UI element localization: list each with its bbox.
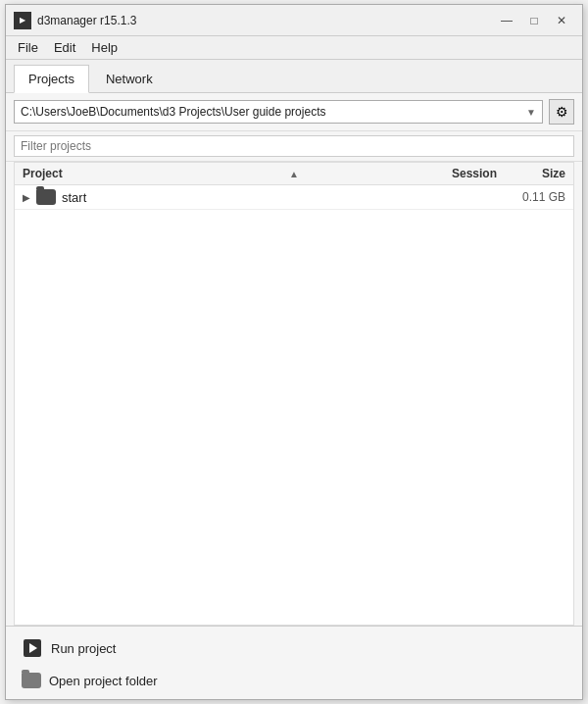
menu-file[interactable]: File: [10, 38, 46, 57]
open-folder-label: Open project folder: [49, 674, 158, 688]
filter-bar: [6, 131, 582, 162]
tab-projects[interactable]: Projects: [14, 65, 89, 93]
list-empty-area: [15, 210, 573, 625]
project-size: 0.11 GB: [497, 190, 565, 204]
window-title: d3manager r15.1.3: [37, 14, 494, 27]
run-project-label: Run project: [51, 641, 116, 656]
window-controls: — □ ✕: [494, 11, 574, 30]
minimize-button[interactable]: —: [494, 11, 519, 30]
list-header: Project ▲ Session Size: [15, 163, 573, 185]
col-header-project: Project: [23, 167, 418, 180]
run-icon: [22, 637, 43, 659]
app-icon: [14, 12, 31, 29]
path-toolbar: C:\Users\JoeB\Documents\d3 Projects\User…: [6, 93, 582, 131]
menu-help[interactable]: Help: [83, 38, 125, 57]
tabs-bar: Projects Network: [6, 60, 582, 93]
expand-icon[interactable]: ▶: [23, 192, 36, 203]
run-project-button[interactable]: Run project: [14, 632, 574, 664]
path-text: C:\Users\JoeB\Documents\d3 Projects\User…: [21, 105, 325, 119]
close-button[interactable]: ✕: [549, 11, 574, 30]
menu-edit[interactable]: Edit: [46, 38, 83, 57]
open-folder-icon: [22, 673, 41, 688]
gear-icon: ⚙: [556, 104, 568, 120]
settings-button[interactable]: ⚙: [549, 99, 574, 125]
folder-icon: [36, 189, 56, 205]
dropdown-arrow-icon: ▼: [526, 107, 536, 118]
col-header-size: Size: [497, 167, 565, 180]
open-folder-button[interactable]: Open project folder: [14, 668, 574, 693]
tab-network[interactable]: Network: [91, 65, 168, 92]
table-row[interactable]: ▶ start 0.11 GB: [15, 185, 573, 210]
footer: Run project Open project folder: [6, 626, 582, 699]
title-bar: d3manager r15.1.3 — □ ✕: [6, 5, 582, 36]
run-project-icon: [23, 638, 42, 658]
maximize-button[interactable]: □: [521, 11, 547, 30]
col-header-session: Session: [418, 167, 497, 180]
menu-bar: File Edit Help: [6, 36, 582, 60]
main-window: d3manager r15.1.3 — □ ✕ File Edit Help P…: [5, 4, 583, 700]
project-name: start: [62, 190, 418, 205]
sort-arrow-icon: ▲: [289, 169, 299, 179]
filter-input[interactable]: [14, 135, 574, 157]
path-dropdown[interactable]: C:\Users\JoeB\Documents\d3 Projects\User…: [14, 100, 543, 124]
project-list: Project ▲ Session Size ▶ start 0.11 GB: [14, 162, 574, 626]
